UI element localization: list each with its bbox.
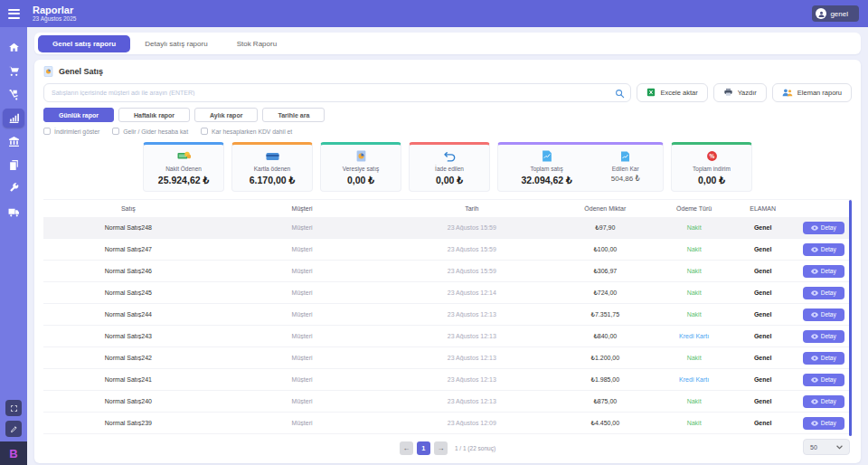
sidebar-item-company[interactable] [3, 132, 24, 151]
search-icon[interactable] [615, 86, 625, 102]
sale-name: Normal Satış248 [43, 224, 213, 231]
customer-name: Müşteri [213, 268, 392, 274]
detail-button[interactable]: Detay [803, 222, 844, 234]
table-scrollbar[interactable] [849, 200, 852, 436]
detail-button[interactable]: Detay [803, 417, 844, 430]
page-size-select[interactable]: 50 [803, 439, 850, 455]
sale-name: Normal Satış246 [43, 268, 213, 274]
detail-button[interactable]: Detay [803, 265, 844, 278]
tab-genel-satis-raporu[interactable]: Genel satış raporu [38, 35, 130, 52]
card-credit-sales: Veresiye satış 0,00 ₺ [320, 142, 401, 192]
customer-name: Müşteri [213, 333, 392, 339]
filter-date-search-button[interactable]: Tarihle ara [262, 108, 325, 122]
prev-page-button[interactable]: ← [400, 441, 413, 455]
table-row[interactable]: Normal Satış242 Müşteri 23 Ağustos 12:13… [43, 347, 852, 369]
page-date: 23 Ağustos 2025 [33, 15, 76, 23]
search-input[interactable] [43, 83, 631, 102]
svg-text:%: % [709, 153, 714, 159]
pagination-info: 1 / 1 (22 sonuç) [455, 445, 495, 451]
detail-button[interactable]: Detay [803, 330, 844, 343]
sidebar-item-home[interactable] [3, 38, 24, 57]
checkbox-include-income-expense[interactable]: Gelir / Gider hesaba kat [112, 128, 188, 135]
sidebar-item-settings[interactable] [3, 179, 24, 198]
sale-name: Normal Satış243 [43, 333, 213, 339]
customer-name: Müşteri [213, 289, 392, 296]
sale-name: Normal Satış244 [43, 311, 213, 318]
table-header: Satış Müşteri Tarih Ödenen Miktar Ödeme … [43, 200, 852, 217]
tab-detayli-satis-raporu[interactable]: Detaylı satış raporu [130, 35, 222, 52]
column-header-sale: Satış [43, 205, 213, 212]
sidebar-item-documents[interactable] [3, 156, 24, 175]
detail-button[interactable]: Detay [803, 287, 844, 299]
user-menu[interactable]: genel [812, 5, 859, 22]
sale-date: 23 Ağustos 12:14 [391, 289, 552, 296]
detail-button[interactable]: Detay [803, 243, 844, 256]
report-icon [356, 149, 366, 163]
table-row[interactable]: Normal Satış240 Müşteri 23 Ağustos 12:13… [43, 391, 852, 413]
table-row[interactable]: Normal Satış241 Müşteri 23 Ağustos 12:13… [43, 369, 852, 391]
table-row[interactable]: Normal Satış239 Müşteri 23 Ağustos 12:09… [43, 413, 852, 434]
table-row[interactable]: Normal Satış243 Müşteri 23 Ağustos 12:13… [43, 326, 852, 347]
staff-name: Genel [731, 268, 796, 274]
column-header-payment: Ödeme Türü [657, 205, 730, 212]
table-row[interactable]: Normal Satış246 Müşteri 23 Ağustos 15:59… [43, 261, 852, 282]
staff-name: Genel [731, 355, 796, 361]
sidebar-item-sales[interactable] [3, 62, 24, 81]
detail-button[interactable]: Detay [803, 395, 844, 408]
filter-monthly-button[interactable]: Aylık rapor [194, 108, 258, 122]
next-page-button[interactable]: → [434, 441, 448, 455]
sidebar-item-reports[interactable] [3, 109, 24, 128]
home-icon [8, 42, 20, 53]
undo-icon [444, 149, 456, 163]
current-page-button[interactable]: 1 [417, 441, 430, 455]
payment-type: Nakit [657, 398, 730, 404]
app-logo[interactable]: B [0, 441, 27, 465]
payment-type: Nakit [657, 289, 730, 296]
cash-icon [177, 149, 191, 163]
detail-button[interactable]: Detay [803, 308, 844, 321]
checkbox-icon[interactable] [43, 128, 51, 135]
sidebar-item-delivery[interactable] [3, 203, 24, 222]
chart-file-icon [542, 149, 552, 163]
detail-button[interactable]: Detay [803, 352, 844, 365]
print-button[interactable]: Yazdır [713, 83, 767, 102]
sale-date: 23 Ağustos 12:09 [391, 420, 552, 426]
table-row[interactable]: Normal Satış248 Müşteri 23 Ağustos 15:59… [43, 217, 852, 239]
card-refunded: İade edilen 0,00 ₺ [409, 142, 490, 192]
pagination: ← 1 → 1 / 1 (22 sonuç) 50 [43, 436, 852, 460]
eye-icon [811, 269, 818, 274]
table-row[interactable]: Normal Satış244 Müşteri 23 Ağustos 12:13… [43, 304, 852, 326]
handtruck-icon [8, 89, 20, 100]
paid-amount: ₺7.351,75 [552, 311, 657, 318]
table-row[interactable]: Normal Satış245 Müşteri 23 Ağustos 12:14… [43, 282, 852, 304]
checkbox-icon[interactable] [112, 128, 119, 135]
detail-button[interactable]: Detay [803, 374, 844, 386]
checkbox-include-vat[interactable]: Kar hesaplarken KDV dahil et [201, 128, 292, 135]
table-row[interactable]: Normal Satış247 Müşteri 23 Ağustos 15:59… [43, 239, 852, 261]
tab-stok-raporu[interactable]: Stok Raporu [222, 35, 291, 52]
staff-report-button[interactable]: Eleman raporu [772, 83, 852, 102]
fullscreen-icon [10, 404, 18, 413]
menu-icon[interactable] [0, 0, 27, 27]
sale-name: Normal Satış245 [43, 289, 213, 296]
edit-button[interactable] [5, 421, 22, 437]
column-header-staff: ELAMAN [731, 205, 796, 212]
wrench-icon [8, 183, 20, 195]
staff-name: Genel [731, 420, 796, 426]
filter-weekly-button[interactable]: Haftalık rapor [118, 108, 190, 122]
detail-label: Detay [821, 224, 836, 231]
detail-label: Detay [821, 376, 836, 383]
eye-icon [811, 225, 818, 231]
filter-daily-button[interactable]: Günlük rapor [43, 108, 114, 122]
export-excel-button[interactable]: Excele aktar [637, 83, 707, 102]
chart-icon [8, 112, 20, 124]
customer-name: Müşteri [213, 224, 392, 231]
sidebar-item-stock-in[interactable] [3, 85, 24, 104]
eye-icon [811, 399, 818, 404]
fullscreen-button[interactable] [5, 400, 22, 416]
percent-icon: % [706, 149, 718, 163]
eye-icon [811, 334, 818, 339]
column-header-date: Tarih [391, 205, 552, 212]
checkbox-icon[interactable] [201, 128, 208, 135]
checkbox-show-discounts[interactable]: İndirimleri göster [43, 128, 99, 135]
